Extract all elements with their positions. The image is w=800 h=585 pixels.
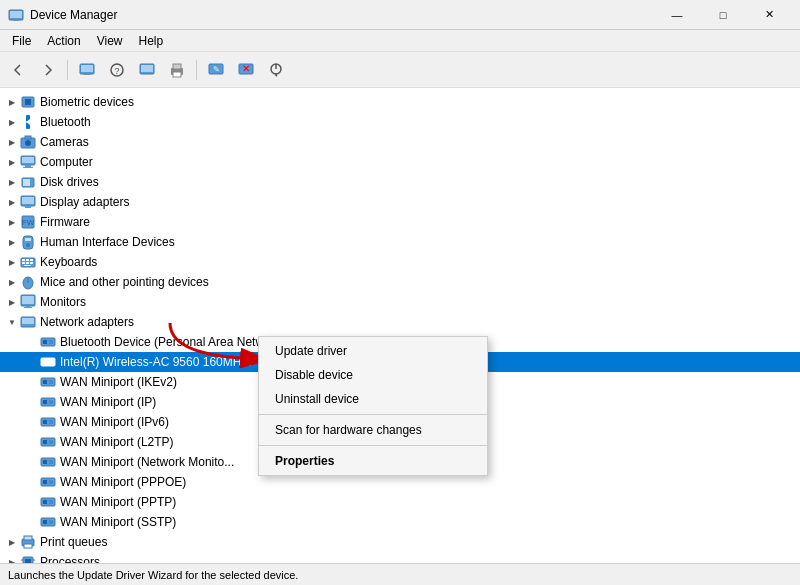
device-icon-wan-ipv6 — [40, 414, 56, 430]
device-label-wan-ikev2: WAN Miniport (IKEv2) — [60, 375, 177, 389]
toolbar-sep-1 — [67, 60, 68, 80]
menu-action[interactable]: Action — [39, 32, 88, 50]
device-icon-computer — [20, 154, 36, 170]
context-item-scan-hardware[interactable]: Scan for hardware changes — [259, 418, 487, 442]
expand-arrow-firmware[interactable] — [4, 214, 20, 230]
device-icon-monitors — [20, 294, 36, 310]
expand-arrow-computer[interactable] — [4, 154, 20, 170]
toolbar-print[interactable] — [163, 56, 191, 84]
device-icon-cameras — [20, 134, 36, 150]
device-label-wan-pppoe: WAN Miniport (PPPOE) — [60, 475, 186, 489]
device-icon-hid — [20, 234, 36, 250]
svg-rect-27 — [23, 167, 33, 168]
expand-arrow-diskdrives[interactable] — [4, 174, 20, 190]
toolbar-back[interactable] — [4, 56, 32, 84]
device-tree[interactable]: Biometric devicesBluetoothCamerasCompute… — [0, 88, 800, 563]
tree-item-displayadapters[interactable]: Display adapters — [0, 192, 800, 212]
window-title: Device Manager — [30, 8, 654, 22]
device-label-mice: Mice and other pointing devices — [40, 275, 209, 289]
expand-arrow-biometric[interactable] — [4, 94, 20, 110]
svg-rect-64 — [43, 380, 47, 384]
expand-arrow-keyboards[interactable] — [4, 254, 20, 270]
tree-item-hid[interactable]: Human Interface Devices — [0, 232, 800, 252]
context-item-properties[interactable]: Properties — [259, 449, 487, 473]
svg-text:?: ? — [114, 66, 119, 76]
device-icon-diskdrives — [20, 174, 36, 190]
toolbar-remove[interactable]: ✕ — [232, 56, 260, 84]
device-label-wan-ip: WAN Miniport (IP) — [60, 395, 156, 409]
device-icon-wan-pptp — [40, 494, 56, 510]
context-item-update-driver[interactable]: Update driver — [259, 339, 487, 363]
context-sep-sep1 — [259, 414, 487, 415]
tree-item-wan-pptp[interactable]: WAN Miniport (PPTP) — [0, 492, 800, 512]
svg-rect-49 — [22, 296, 34, 304]
svg-rect-42 — [22, 262, 25, 264]
toolbar-scan[interactable] — [262, 56, 290, 84]
svg-rect-96 — [24, 536, 32, 540]
context-menu: Update driverDisable deviceUninstall dev… — [258, 336, 488, 476]
device-label-networkadapters: Network adapters — [40, 315, 134, 329]
svg-rect-29 — [23, 179, 30, 186]
tree-item-computer[interactable]: Computer — [0, 152, 800, 172]
tree-item-mice[interactable]: Mice and other pointing devices — [0, 272, 800, 292]
svg-point-37 — [26, 243, 30, 247]
expand-arrow-processors[interactable] — [4, 554, 20, 563]
svg-rect-11 — [173, 64, 181, 69]
toolbar-update[interactable]: ✎ — [202, 56, 230, 84]
device-icon-wan-netmonitor — [40, 454, 56, 470]
expand-arrow-networkadapters[interactable] — [4, 314, 20, 330]
expand-arrow-displayadapters[interactable] — [4, 194, 20, 210]
device-icon-firmware: FW — [20, 214, 36, 230]
tree-item-printqueues[interactable]: Print queues — [0, 532, 800, 552]
expand-arrow-hid[interactable] — [4, 234, 20, 250]
device-label-displayadapters: Display adapters — [40, 195, 129, 209]
tree-item-keyboards[interactable]: Keyboards — [0, 252, 800, 272]
context-item-disable-device[interactable]: Disable device — [259, 363, 487, 387]
svg-rect-25 — [22, 157, 34, 163]
minimize-button[interactable]: — — [654, 0, 700, 30]
tree-item-processors[interactable]: Processors — [0, 552, 800, 563]
window-controls: — □ ✕ — [654, 0, 792, 30]
tree-item-firmware[interactable]: FWFirmware — [0, 212, 800, 232]
svg-rect-4 — [81, 65, 93, 72]
tree-item-bluetooth[interactable]: Bluetooth — [0, 112, 800, 132]
svg-rect-56 — [43, 340, 47, 344]
maximize-button[interactable]: □ — [700, 0, 746, 30]
svg-rect-9 — [141, 65, 153, 72]
tree-item-cameras[interactable]: Cameras — [0, 132, 800, 152]
toolbar-computer[interactable] — [73, 56, 101, 84]
close-button[interactable]: ✕ — [746, 0, 792, 30]
expand-arrow-cameras[interactable] — [4, 134, 20, 150]
device-label-monitors: Monitors — [40, 295, 86, 309]
svg-rect-54 — [24, 325, 32, 326]
tree-item-diskdrives[interactable]: Disk drives — [0, 172, 800, 192]
svg-rect-41 — [30, 259, 33, 261]
device-icon-wan-l2tp — [40, 434, 56, 450]
device-icon-wan-ip — [40, 394, 56, 410]
device-label-hid: Human Interface Devices — [40, 235, 175, 249]
toolbar-forward[interactable] — [34, 56, 62, 84]
tree-item-wan-sstp[interactable]: WAN Miniport (SSTP) — [0, 512, 800, 532]
device-label-computer: Computer — [40, 155, 93, 169]
context-item-uninstall-device[interactable]: Uninstall device — [259, 387, 487, 411]
tree-item-biometric[interactable]: Biometric devices — [0, 92, 800, 112]
toolbar-display[interactable] — [133, 56, 161, 84]
svg-rect-68 — [43, 400, 47, 404]
svg-rect-43 — [26, 262, 29, 264]
expand-arrow-printqueues[interactable] — [4, 534, 20, 550]
tree-item-monitors[interactable]: Monitors — [0, 292, 800, 312]
toolbar-help[interactable]: ? — [103, 56, 131, 84]
device-label-intel-wireless: Intel(R) Wireless-AC 9560 160MH... — [60, 355, 251, 369]
expand-arrow-bluetooth[interactable] — [4, 114, 20, 130]
menu-file[interactable]: File — [4, 32, 39, 50]
device-icon-wan-pppoe — [40, 474, 56, 490]
tree-item-networkadapters[interactable]: Network adapters — [0, 312, 800, 332]
svg-rect-2 — [13, 20, 19, 21]
menu-view[interactable]: View — [89, 32, 131, 50]
expand-arrow-mice[interactable] — [4, 274, 20, 290]
context-sep-sep2 — [259, 445, 487, 446]
expand-arrow-monitors[interactable] — [4, 294, 20, 310]
svg-rect-51 — [24, 307, 32, 308]
svg-rect-45 — [24, 265, 31, 266]
menu-help[interactable]: Help — [131, 32, 172, 50]
